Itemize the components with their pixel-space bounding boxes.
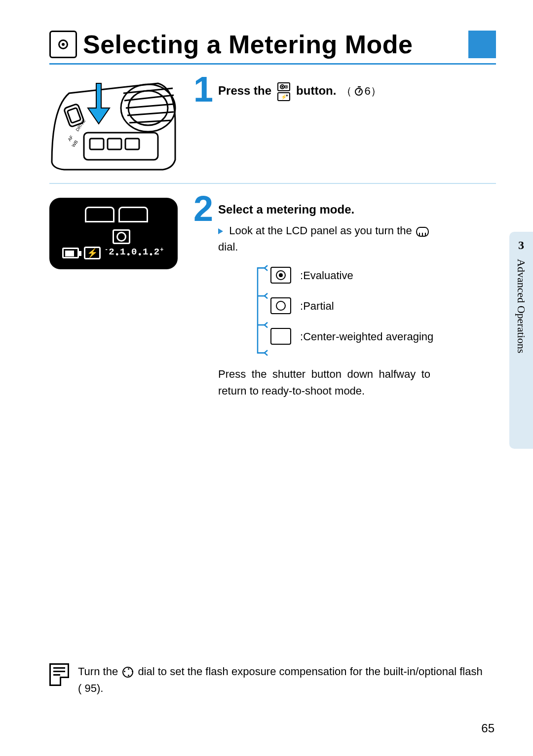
mode-center-label: :Center-weighted averaging xyxy=(300,328,433,345)
step-2-illustration: ⚡ -2•1•0•1•2+ xyxy=(49,198,178,269)
step-1-number: 1 xyxy=(193,75,213,104)
footer-note: Turn the dial to set the flash exposure … xyxy=(49,663,496,697)
mode-evaluative: :Evaluative xyxy=(270,267,433,284)
section-tab-text: Advanced Operations xyxy=(515,259,528,353)
main-dial-icon xyxy=(416,227,429,237)
section-tab-number: 3 xyxy=(518,239,524,252)
svg-rect-4 xyxy=(108,139,121,149)
section-tab: 3 Advanced Operations xyxy=(509,232,533,449)
step-1-timer-value: 6 xyxy=(364,85,370,97)
svg-text:AF: AF xyxy=(67,135,74,143)
note-icon xyxy=(49,663,69,686)
timer-icon xyxy=(355,88,363,96)
lcd-metering-icon xyxy=(113,229,130,244)
title-rule xyxy=(49,63,496,65)
partial-icon xyxy=(270,297,291,314)
step-2-bullet: Look at the LCD panel as you turn the di… xyxy=(218,222,496,255)
step-2-bullet-before: Look at the LCD panel as you turn the xyxy=(229,224,412,237)
step-separator xyxy=(49,183,496,184)
svg-rect-5 xyxy=(125,139,139,149)
battery-icon xyxy=(62,248,79,258)
lcd-exposure-scale: -2•1•0•1•2+ xyxy=(105,247,164,259)
step-2-bullet-after: dial. xyxy=(218,241,238,253)
step-1-headline: Press the button. （6） xyxy=(218,81,496,100)
svg-text:WB: WB xyxy=(71,140,79,148)
evaluative-icon xyxy=(270,267,291,284)
mode-evaluative-label: :Evaluative xyxy=(300,267,353,284)
mode-partial: :Partial xyxy=(270,297,433,314)
metering-modes-list: :Evaluative :Partial :Center-weighted av… xyxy=(253,264,496,357)
lcd-panel: ⚡ -2•1•0•1•2+ xyxy=(49,198,178,269)
step-2-number: 2 xyxy=(193,195,213,223)
metering-mode-icon xyxy=(49,31,77,58)
bullet-arrow-icon xyxy=(218,228,223,234)
flash-comp-icon: ⚡ xyxy=(84,247,101,259)
mode-center-weighted: :Center-weighted averaging xyxy=(270,328,433,345)
step-1-text-before: Press the xyxy=(218,82,271,100)
page-title-row: Selecting a Metering Mode xyxy=(49,30,496,59)
page-title: Selecting a Metering Mode xyxy=(83,30,462,59)
step-2: ⚡ -2•1•0•1•2+ 2 Select a metering mode. … xyxy=(49,198,496,399)
step-2-closing: Press the shutter button down halfway to… xyxy=(218,366,430,399)
footer-note-text: Turn the dial to set the flash exposure … xyxy=(78,663,496,697)
page-number: 65 xyxy=(481,721,495,735)
title-accent-block xyxy=(468,31,496,58)
step-1-illustration: DRIVE AF WB xyxy=(49,78,178,172)
metering-button-icon xyxy=(277,82,290,101)
step-1-text-after: button. xyxy=(296,82,336,100)
step-2-headline: Select a metering mode. xyxy=(218,201,496,218)
quick-control-dial-icon xyxy=(122,667,133,678)
step-1: DRIVE AF WB 1 Press the xyxy=(49,78,496,172)
center-weighted-icon xyxy=(270,328,291,345)
svg-rect-7 xyxy=(67,108,81,123)
svg-rect-3 xyxy=(90,139,104,149)
mode-partial-label: :Partial xyxy=(300,298,334,314)
